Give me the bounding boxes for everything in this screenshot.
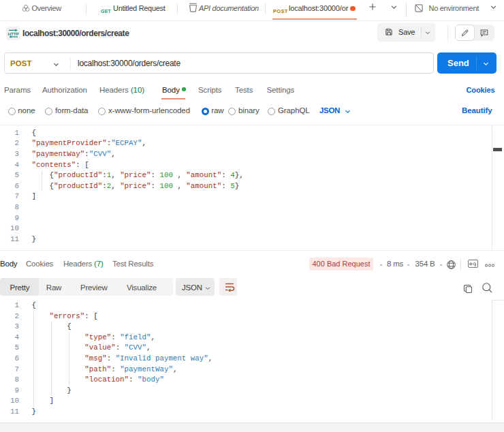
svg-text:HTTP: HTTP [7, 31, 18, 36]
